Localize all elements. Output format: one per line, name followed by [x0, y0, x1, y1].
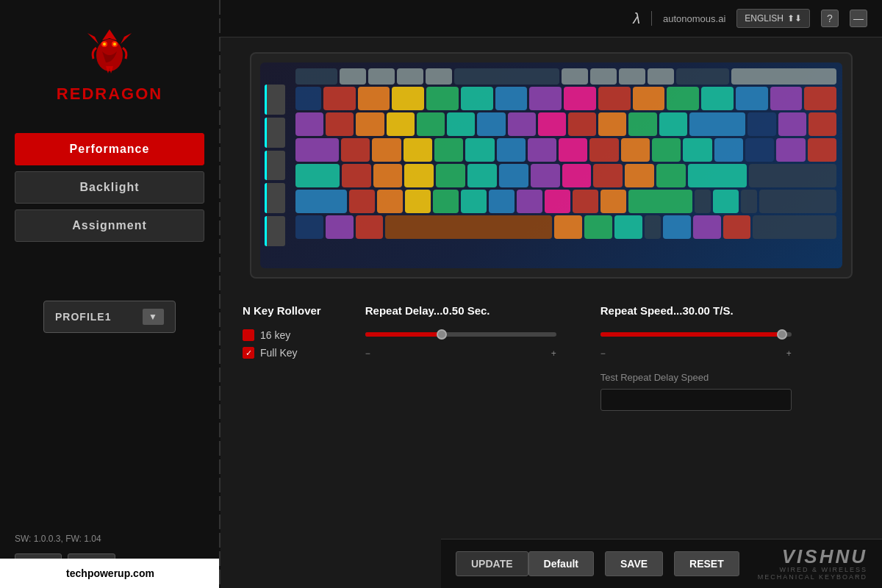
- repeat-delay-track[interactable]: [365, 332, 556, 337]
- key-5[interactable]: [447, 112, 475, 136]
- key-s[interactable]: [373, 164, 403, 187]
- repeat-speed-thumb[interactable]: [777, 329, 787, 340]
- key-media4[interactable]: [648, 68, 674, 85]
- key-q[interactable]: [341, 138, 370, 162]
- repeat-delay-thumb[interactable]: [437, 329, 447, 340]
- key-comma[interactable]: [545, 190, 570, 213]
- key-g6[interactable]: [368, 68, 395, 85]
- key-o[interactable]: [589, 138, 618, 162]
- key-c[interactable]: [405, 190, 431, 213]
- key-rshift[interactable]: [628, 190, 692, 213]
- key-f2[interactable]: [358, 87, 390, 110]
- key-f11[interactable]: [667, 87, 699, 110]
- language-dropdown[interactable]: ENGLISH ⬆⬇: [736, 9, 810, 28]
- key-del[interactable]: [745, 138, 774, 162]
- minimize-button[interactable]: —: [850, 10, 867, 27]
- g-key-2[interactable]: [265, 118, 285, 148]
- key-f5[interactable]: [461, 87, 493, 110]
- key-home[interactable]: [778, 112, 806, 136]
- key-r[interactable]: [434, 138, 463, 162]
- key-space[interactable]: [385, 215, 552, 239]
- key-y[interactable]: [497, 138, 526, 162]
- key-u[interactable]: [528, 138, 556, 162]
- key-8[interactable]: [538, 112, 566, 136]
- key-lshift[interactable]: [295, 190, 347, 213]
- key-pause[interactable]: [804, 87, 836, 110]
- key-j[interactable]: [531, 164, 560, 187]
- key-rbrace[interactable]: [683, 138, 711, 162]
- key-k[interactable]: [562, 164, 592, 187]
- key-fn[interactable]: [584, 215, 612, 239]
- key-scrlk[interactable]: [770, 87, 803, 110]
- key-z[interactable]: [349, 190, 375, 213]
- key-6[interactable]: [477, 112, 505, 136]
- key-slash[interactable]: [600, 190, 626, 213]
- key-minus[interactable]: [628, 112, 656, 136]
- nkr-16key-item[interactable]: 16 key: [243, 329, 321, 341]
- key-right[interactable]: [723, 215, 751, 239]
- key-lbrace[interactable]: [652, 138, 681, 162]
- key-end[interactable]: [776, 138, 805, 162]
- key-backspace[interactable]: [689, 112, 745, 136]
- key-lctrl[interactable]: [295, 215, 323, 239]
- key-ralt[interactable]: [554, 215, 582, 239]
- key-pgdn[interactable]: [808, 138, 836, 162]
- key-prtsc[interactable]: [736, 87, 768, 110]
- nkr-16key-checkbox[interactable]: [243, 329, 254, 341]
- key-f10[interactable]: [633, 87, 665, 110]
- key-tab[interactable]: [295, 138, 339, 162]
- key-media1[interactable]: [562, 68, 588, 85]
- key-b[interactable]: [461, 190, 487, 213]
- key-media2[interactable]: [590, 68, 617, 85]
- key-g8[interactable]: [426, 68, 452, 85]
- g-key-3[interactable]: [265, 151, 285, 181]
- key-l[interactable]: [593, 164, 623, 187]
- nkr-fullkey-item[interactable]: ✓ Full Key: [243, 347, 321, 359]
- update-button[interactable]: UPDATE: [456, 551, 528, 576]
- key-quote[interactable]: [656, 164, 686, 187]
- key-d[interactable]: [404, 164, 434, 187]
- key-f9[interactable]: [598, 87, 631, 110]
- key-tilde[interactable]: [295, 112, 323, 136]
- key-f1[interactable]: [323, 87, 356, 110]
- nav-item-assignment[interactable]: Assignment: [15, 209, 204, 242]
- reset-button[interactable]: RESET: [674, 551, 739, 576]
- key-esc[interactable]: [295, 87, 321, 110]
- key-g[interactable]: [467, 164, 497, 187]
- key-i[interactable]: [559, 138, 587, 162]
- key-period[interactable]: [573, 190, 598, 213]
- key-1[interactable]: [326, 112, 354, 136]
- key-a[interactable]: [342, 164, 371, 187]
- key-capslock[interactable]: [295, 164, 340, 187]
- key-equals[interactable]: [659, 112, 687, 136]
- key-p[interactable]: [621, 138, 650, 162]
- key-f3[interactable]: [392, 87, 424, 110]
- g-key-5[interactable]: [265, 216, 285, 246]
- key-9[interactable]: [568, 112, 596, 136]
- key-pgup[interactable]: [808, 112, 836, 136]
- key-semicolon[interactable]: [625, 164, 654, 187]
- key-f4[interactable]: [426, 87, 459, 110]
- key-h[interactable]: [499, 164, 528, 187]
- key-m[interactable]: [517, 190, 542, 213]
- key-f7[interactable]: [529, 87, 562, 110]
- key-lalt[interactable]: [356, 215, 384, 239]
- key-2[interactable]: [356, 112, 384, 136]
- default-button[interactable]: Default: [528, 551, 594, 576]
- key-4[interactable]: [417, 112, 445, 136]
- key-0[interactable]: [598, 112, 626, 136]
- key-pipe[interactable]: [714, 138, 743, 162]
- repeat-speed-track[interactable]: [600, 332, 792, 337]
- key-n[interactable]: [489, 190, 514, 213]
- g-key-4[interactable]: [265, 183, 285, 213]
- g-key-1[interactable]: [265, 85, 285, 115]
- key-lwin[interactable]: [326, 215, 354, 239]
- help-button[interactable]: ?: [821, 10, 839, 27]
- nkr-fullkey-checkbox[interactable]: ✓: [243, 347, 254, 359]
- key-7[interactable]: [508, 112, 536, 136]
- nav-item-backlight[interactable]: Backlight: [15, 171, 204, 204]
- key-f[interactable]: [436, 164, 465, 187]
- key-f6[interactable]: [495, 87, 528, 110]
- key-enter[interactable]: [688, 164, 747, 187]
- key-ins[interactable]: [747, 112, 775, 136]
